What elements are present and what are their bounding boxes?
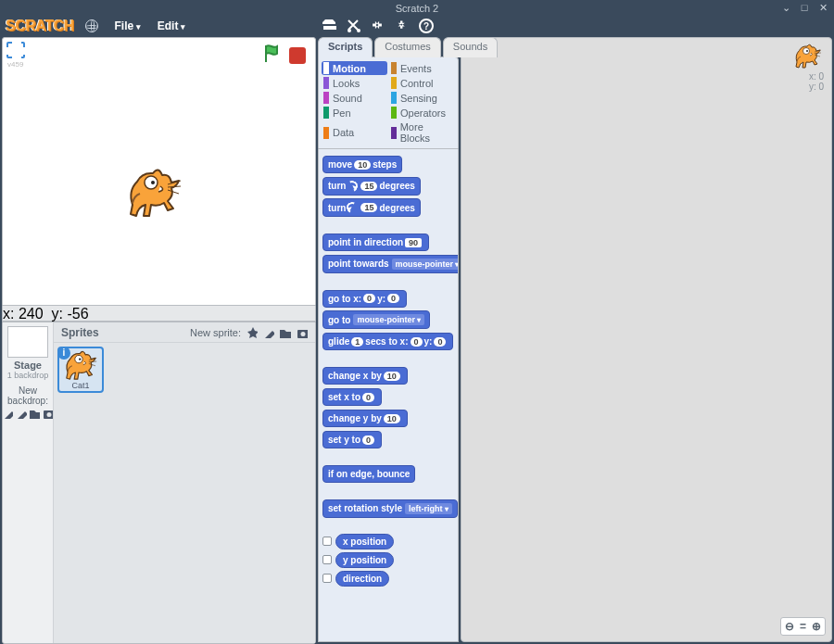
category-more[interactable]: More Blocks bbox=[389, 120, 455, 145]
category-panel: MotionEventsLooksControlSoundSensingPenO… bbox=[318, 57, 459, 149]
block-set-x[interactable]: set x to0 bbox=[322, 388, 382, 406]
stage-label: Stage bbox=[3, 360, 53, 371]
sprite-paint-icon[interactable] bbox=[263, 327, 274, 338]
scripts-area[interactable]: x: 0 y: 0 ⊖ = ⊕ bbox=[461, 37, 832, 642]
stage-coord-bar: x: 240 y: -56 bbox=[2, 306, 316, 322]
category-label: Events bbox=[400, 63, 432, 74]
coord-y-label: y: bbox=[52, 306, 63, 322]
stamp-icon[interactable] bbox=[322, 19, 337, 33]
current-sprite-thumb bbox=[792, 44, 824, 71]
category-label: Operators bbox=[400, 107, 446, 119]
window-title: Scratch 2 bbox=[396, 3, 438, 14]
category-events[interactable]: Events bbox=[389, 61, 455, 75]
sprite-upload-icon[interactable] bbox=[280, 327, 291, 338]
checkbox-xpos[interactable] bbox=[322, 537, 332, 546]
category-sensing[interactable]: Sensing bbox=[389, 91, 455, 105]
block-turn-cw[interactable]: turn15degrees bbox=[322, 177, 421, 196]
sprite-on-stage-cat[interactable] bbox=[123, 168, 188, 223]
grow-icon[interactable] bbox=[371, 19, 385, 33]
reporter-x-position[interactable]: x position bbox=[335, 534, 394, 549]
category-control[interactable]: Control bbox=[389, 76, 455, 90]
backdrop-camera-icon[interactable] bbox=[43, 408, 53, 419]
tab-sounds[interactable]: Sounds bbox=[443, 37, 498, 57]
sprites-panel: Stage 1 backdrop New backdrop: Sprites N… bbox=[2, 322, 316, 644]
scissors-icon[interactable] bbox=[347, 19, 361, 33]
category-label: More Blocks bbox=[400, 121, 453, 144]
stage[interactable]: v459 bbox=[2, 37, 316, 306]
menu-bar: SCRATCH File Edit bbox=[0, 17, 834, 35]
tab-scripts[interactable]: Scripts bbox=[318, 37, 373, 57]
window-maximize-icon[interactable]: □ bbox=[799, 2, 810, 14]
tab-costumes[interactable]: Costumes bbox=[374, 37, 441, 57]
reporter-y-position[interactable]: y position bbox=[335, 552, 394, 568]
block-goto-xy[interactable]: go to x:0y:0 bbox=[322, 290, 407, 308]
block-goto[interactable]: go tomouse-pointer bbox=[322, 310, 430, 329]
new-backdrop-label: New backdrop: bbox=[3, 385, 53, 406]
zoom-out-icon[interactable]: ⊖ bbox=[785, 620, 794, 633]
sprite-library-icon[interactable] bbox=[246, 327, 258, 338]
stage-thumbnail[interactable] bbox=[7, 326, 48, 358]
zoom-reset-icon[interactable]: = bbox=[800, 620, 806, 633]
block-point-towards[interactable]: point towardsmouse-pointer bbox=[322, 255, 459, 273]
reporter-direction[interactable]: direction bbox=[335, 571, 389, 587]
sprites-header: Sprites bbox=[61, 326, 99, 339]
turn-ccw-icon bbox=[346, 200, 360, 214]
green-flag-icon[interactable] bbox=[263, 44, 285, 66]
block-change-x[interactable]: change x by10 bbox=[322, 367, 408, 385]
category-sound[interactable]: Sound bbox=[322, 91, 387, 105]
new-sprite-label: New sprite: bbox=[190, 327, 241, 338]
backdrop-library-icon[interactable] bbox=[3, 408, 13, 419]
stop-button[interactable] bbox=[289, 47, 306, 64]
version-label: v459 bbox=[7, 60, 23, 69]
help-icon[interactable] bbox=[419, 19, 434, 33]
backdrop-upload-icon[interactable] bbox=[30, 408, 40, 419]
block-set-y[interactable]: set y to0 bbox=[322, 431, 382, 448]
sprite-name: Cat1 bbox=[59, 381, 102, 390]
coord-x-label: x: bbox=[3, 306, 14, 322]
block-turn-ccw[interactable]: turn15degrees bbox=[322, 198, 421, 217]
language-globe-icon[interactable] bbox=[85, 19, 98, 32]
block-glide[interactable]: glide1secs to x:0y:0 bbox=[322, 333, 453, 350]
category-data[interactable]: Data bbox=[322, 120, 387, 145]
fullscreen-icon[interactable] bbox=[6, 42, 25, 58]
blocks-palette[interactable]: move10steps turn15degrees turn15degrees … bbox=[318, 149, 459, 642]
window-titlebar: Scratch 2 ⌄ □ ✕ bbox=[0, 0, 834, 17]
shrink-icon[interactable] bbox=[395, 19, 410, 33]
checkbox-ypos[interactable] bbox=[322, 555, 332, 564]
window-close-icon[interactable]: ✕ bbox=[817, 2, 828, 14]
category-label: Control bbox=[400, 78, 433, 89]
block-move-steps[interactable]: move10steps bbox=[322, 156, 402, 173]
block-set-rotation-style[interactable]: set rotation styleleft-right bbox=[322, 499, 458, 518]
block-point-direction[interactable]: point in direction90 bbox=[322, 234, 429, 251]
category-label: Pen bbox=[333, 107, 351, 119]
category-label: Motion bbox=[333, 63, 366, 74]
stage-backdrop-count: 1 backdrop bbox=[3, 371, 53, 380]
category-label: Sensing bbox=[400, 93, 437, 104]
block-if-edge-bounce[interactable]: if on edge, bounce bbox=[322, 465, 415, 483]
turn-cw-icon bbox=[346, 179, 360, 193]
checkbox-direction[interactable] bbox=[322, 574, 332, 583]
zoom-in-icon[interactable]: ⊕ bbox=[812, 620, 821, 633]
menu-edit[interactable]: Edit bbox=[152, 19, 191, 32]
window-minimize-icon[interactable]: ⌄ bbox=[780, 2, 791, 14]
menu-file[interactable]: File bbox=[109, 19, 146, 32]
sprite-info-icon[interactable]: i bbox=[57, 347, 70, 360]
sprite-camera-icon[interactable] bbox=[297, 327, 308, 338]
category-looks[interactable]: Looks bbox=[322, 76, 387, 90]
sprite-tile-cat1[interactable]: i Cat1 bbox=[57, 347, 104, 393]
category-motion[interactable]: Motion bbox=[322, 61, 387, 75]
category-label: Data bbox=[333, 127, 354, 138]
category-label: Sound bbox=[333, 93, 362, 104]
coord-y-value: -56 bbox=[67, 306, 88, 322]
category-label: Looks bbox=[333, 78, 360, 89]
category-operators[interactable]: Operators bbox=[389, 106, 455, 120]
scratch-logo[interactable]: SCRATCH bbox=[6, 18, 74, 34]
coord-x-value: 240 bbox=[19, 306, 44, 322]
category-pen[interactable]: Pen bbox=[322, 106, 387, 120]
block-change-y[interactable]: change y by10 bbox=[322, 410, 408, 427]
backdrop-paint-icon[interactable] bbox=[16, 408, 26, 419]
stage-thumbnail-col: Stage 1 backdrop New backdrop: bbox=[3, 322, 54, 643]
